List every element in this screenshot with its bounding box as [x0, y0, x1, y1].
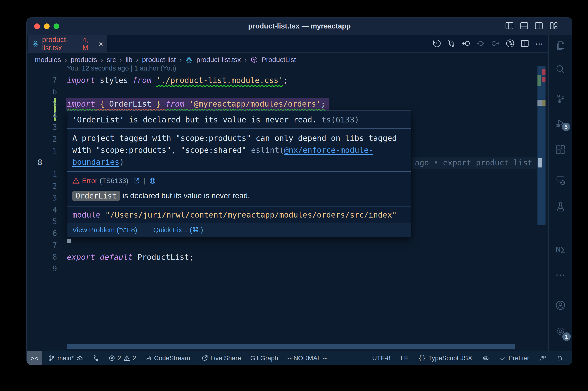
line-number: 8	[27, 251, 57, 263]
testing-beaker-icon[interactable]	[555, 202, 566, 212]
error-count: 2	[118, 355, 121, 362]
more-actions-icon[interactable]: ⋯	[535, 39, 544, 49]
git-blame-codelens[interactable]: You, 12 seconds ago | 1 author (You)	[67, 65, 176, 72]
encoding-item[interactable]: UTF-8	[372, 355, 391, 362]
toggle-panel-icon[interactable]	[520, 22, 528, 31]
overview-ruler-error-mark	[542, 69, 546, 75]
globe-icon[interactable]	[149, 177, 156, 184]
title-bar: product-list.tsx — myreactapp	[27, 17, 572, 35]
eslint-source-prefix: eslint(	[251, 145, 284, 155]
error-code: (TS6133)	[100, 177, 128, 185]
git-branch-item[interactable]: main*	[48, 355, 83, 362]
eol-label: LF	[401, 355, 408, 362]
view-problem-action[interactable]: View Problem (⌥F8)	[72, 226, 137, 234]
breadcrumb-lib[interactable]: lib	[125, 56, 132, 64]
eol-item[interactable]: LF	[401, 355, 408, 362]
overview-ruler-added-mark	[537, 75, 541, 86]
code-line-3[interactable]: import { OrderList } from '@myreactapp/m…	[67, 98, 326, 110]
breadcrumb-product-list[interactable]: product-list	[142, 56, 176, 64]
module-path-row: module "/Users/juri/nrwl/content/myreact…	[67, 207, 411, 223]
string-css-module-path: './product-list.module.css'	[156, 76, 283, 85]
chip-message: is declared but its value is never read.	[123, 191, 250, 200]
account-icon[interactable]	[555, 300, 566, 311]
breadcrumb-modules[interactable]: modules	[35, 56, 61, 64]
toggle-secondary-sidebar-icon[interactable]	[534, 22, 543, 31]
code-line-16[interactable]: export default ProductList;	[67, 251, 194, 263]
prettier-label: Prettier	[508, 355, 529, 362]
explorer-icon[interactable]	[555, 40, 566, 51]
identifier-styles: styles	[95, 76, 133, 85]
keyword-export: export	[67, 252, 95, 262]
activity-bar: 5 N∑ ⋯ 1	[548, 35, 572, 351]
line-number: 1	[27, 145, 57, 157]
brace-open: {	[95, 99, 109, 108]
module-keyword: module	[72, 210, 101, 219]
overview-ruler[interactable]	[537, 66, 546, 225]
live-share-item[interactable]: Live Share	[201, 355, 241, 362]
language-label: TypeScript JSX	[428, 355, 472, 362]
nx-console-icon[interactable]: N∑	[556, 245, 566, 253]
commit-graph-item[interactable]	[92, 355, 99, 362]
breadcrumb-separator: ›	[179, 56, 182, 64]
line-number: 2	[27, 180, 57, 192]
git-graph-item[interactable]: Git Graph	[250, 355, 278, 362]
tab-product-list[interactable]: product-list.tsx 4, M ×	[28, 35, 107, 53]
string-orders-module-path: '@myreactapp/modules/orders'	[189, 99, 321, 108]
check-icon	[499, 355, 506, 362]
git-branch-circle-icon[interactable]	[505, 39, 515, 49]
encoding-label: UTF-8	[372, 355, 391, 362]
keyword-import: import	[67, 99, 95, 108]
react-icon	[32, 40, 39, 48]
breadcrumb-src[interactable]: src	[107, 56, 116, 64]
current-line-number: 8	[38, 157, 42, 169]
tooltip-resize-handle[interactable]	[67, 239, 71, 243]
feedback-item[interactable]	[539, 355, 546, 362]
extensions-icon[interactable]	[555, 144, 566, 155]
symbol-chip: OrderList	[72, 191, 120, 201]
breadcrumb-file[interactable]: product-list.tsx	[196, 56, 241, 64]
brace-close: }	[151, 99, 165, 108]
quick-fix-action[interactable]: Quick Fix... (⌘.)	[153, 226, 203, 234]
comment-bubbles-icon	[145, 355, 152, 362]
remote-indicator[interactable]: ><	[27, 351, 42, 365]
identifier-orderlist: OrderList	[109, 99, 151, 108]
symbol-cube-icon	[251, 56, 258, 63]
more-views-icon[interactable]: ⋯	[555, 269, 566, 281]
vim-mode-item[interactable]: -- NORMAL --	[287, 355, 327, 362]
breadcrumb-separator: ›	[136, 56, 139, 64]
breadcrumb-products[interactable]: products	[71, 56, 97, 64]
codestream-item[interactable]: CodeStream	[145, 355, 190, 362]
codestream-label: CodeStream	[154, 355, 190, 362]
problems-item[interactable]: 2 2	[108, 355, 136, 362]
timeline-history-icon[interactable]	[432, 39, 441, 49]
copilot-item[interactable]	[482, 355, 489, 362]
open-changes-icon[interactable]	[447, 39, 456, 49]
semicolon: ;	[321, 99, 325, 108]
remote-glyph: ><	[31, 355, 38, 362]
line-number: 4	[27, 204, 57, 216]
git-graph-label: Git Graph	[250, 355, 278, 362]
source-control-icon[interactable]	[555, 94, 566, 104]
search-icon[interactable]	[555, 64, 566, 74]
horizontal-scrollbar[interactable]	[67, 344, 515, 349]
settings-badge: 1	[562, 332, 571, 341]
line-number: 9	[27, 263, 57, 275]
split-editor-icon[interactable]	[520, 39, 529, 49]
vim-mode-label: -- NORMAL --	[287, 355, 327, 362]
code-line-1[interactable]: import styles from './product-list.modul…	[67, 74, 288, 86]
language-mode-item[interactable]: {}TypeScript JSX	[418, 355, 472, 362]
react-icon	[185, 56, 193, 63]
notifications-item[interactable]	[556, 355, 563, 362]
external-link-icon[interactable]	[133, 177, 140, 184]
prettier-item[interactable]: Prettier	[499, 355, 529, 362]
space	[184, 99, 189, 108]
commit-graph-icon	[92, 355, 99, 362]
tab-close-icon[interactable]: ×	[98, 39, 103, 48]
toggle-primary-sidebar-icon[interactable]	[505, 22, 514, 31]
feedback-person-icon	[539, 355, 546, 362]
customize-layout-icon[interactable]	[549, 22, 558, 31]
semicolon: ;	[189, 252, 194, 262]
remote-explorer-icon[interactable]	[555, 175, 566, 186]
breadcrumb-symbol[interactable]: ProductList	[262, 56, 296, 64]
previous-change-icon[interactable]	[461, 39, 471, 49]
